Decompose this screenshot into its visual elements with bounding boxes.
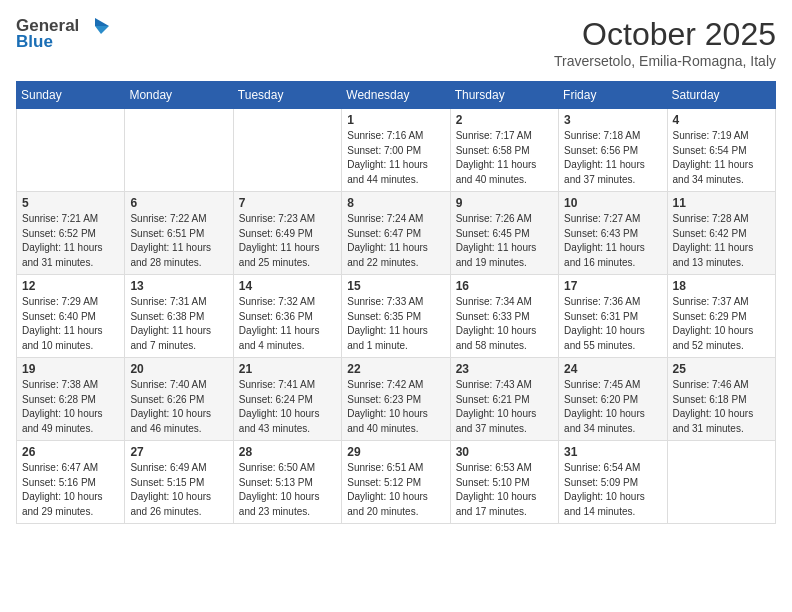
day-info: Sunrise: 7:23 AM Sunset: 6:49 PM Dayligh…	[239, 212, 336, 270]
calendar-cell: 17Sunrise: 7:36 AM Sunset: 6:31 PM Dayli…	[559, 275, 667, 358]
day-info: Sunrise: 7:18 AM Sunset: 6:56 PM Dayligh…	[564, 129, 661, 187]
day-headers-row: SundayMondayTuesdayWednesdayThursdayFrid…	[17, 82, 776, 109]
calendar-cell: 26Sunrise: 6:47 AM Sunset: 5:16 PM Dayli…	[17, 441, 125, 524]
day-number: 29	[347, 445, 444, 459]
day-number: 28	[239, 445, 336, 459]
calendar-cell: 18Sunrise: 7:37 AM Sunset: 6:29 PM Dayli…	[667, 275, 775, 358]
day-header: Wednesday	[342, 82, 450, 109]
day-number: 5	[22, 196, 119, 210]
day-info: Sunrise: 7:21 AM Sunset: 6:52 PM Dayligh…	[22, 212, 119, 270]
day-info: Sunrise: 7:46 AM Sunset: 6:18 PM Dayligh…	[673, 378, 770, 436]
day-number: 25	[673, 362, 770, 376]
calendar-cell: 19Sunrise: 7:38 AM Sunset: 6:28 PM Dayli…	[17, 358, 125, 441]
calendar-cell: 31Sunrise: 6:54 AM Sunset: 5:09 PM Dayli…	[559, 441, 667, 524]
day-number: 4	[673, 113, 770, 127]
logo-blue-text: Blue	[16, 32, 53, 52]
calendar-cell: 16Sunrise: 7:34 AM Sunset: 6:33 PM Dayli…	[450, 275, 558, 358]
calendar-week-row: 12Sunrise: 7:29 AM Sunset: 6:40 PM Dayli…	[17, 275, 776, 358]
calendar-cell: 24Sunrise: 7:45 AM Sunset: 6:20 PM Dayli…	[559, 358, 667, 441]
day-info: Sunrise: 7:26 AM Sunset: 6:45 PM Dayligh…	[456, 212, 553, 270]
day-header: Saturday	[667, 82, 775, 109]
logo-bird-icon	[81, 16, 109, 36]
day-number: 8	[347, 196, 444, 210]
calendar-cell: 25Sunrise: 7:46 AM Sunset: 6:18 PM Dayli…	[667, 358, 775, 441]
day-info: Sunrise: 7:19 AM Sunset: 6:54 PM Dayligh…	[673, 129, 770, 187]
calendar-cell	[667, 441, 775, 524]
day-number: 18	[673, 279, 770, 293]
calendar-week-row: 5Sunrise: 7:21 AM Sunset: 6:52 PM Daylig…	[17, 192, 776, 275]
calendar-cell: 15Sunrise: 7:33 AM Sunset: 6:35 PM Dayli…	[342, 275, 450, 358]
calendar-cell: 22Sunrise: 7:42 AM Sunset: 6:23 PM Dayli…	[342, 358, 450, 441]
day-info: Sunrise: 7:42 AM Sunset: 6:23 PM Dayligh…	[347, 378, 444, 436]
day-info: Sunrise: 7:38 AM Sunset: 6:28 PM Dayligh…	[22, 378, 119, 436]
calendar-week-row: 26Sunrise: 6:47 AM Sunset: 5:16 PM Dayli…	[17, 441, 776, 524]
day-number: 19	[22, 362, 119, 376]
calendar-cell: 12Sunrise: 7:29 AM Sunset: 6:40 PM Dayli…	[17, 275, 125, 358]
day-number: 1	[347, 113, 444, 127]
location: Traversetolo, Emilia-Romagna, Italy	[554, 53, 776, 69]
day-number: 27	[130, 445, 227, 459]
day-info: Sunrise: 7:29 AM Sunset: 6:40 PM Dayligh…	[22, 295, 119, 353]
calendar-cell: 28Sunrise: 6:50 AM Sunset: 5:13 PM Dayli…	[233, 441, 341, 524]
day-info: Sunrise: 6:51 AM Sunset: 5:12 PM Dayligh…	[347, 461, 444, 519]
day-number: 24	[564, 362, 661, 376]
day-number: 2	[456, 113, 553, 127]
day-info: Sunrise: 7:22 AM Sunset: 6:51 PM Dayligh…	[130, 212, 227, 270]
calendar-cell: 20Sunrise: 7:40 AM Sunset: 6:26 PM Dayli…	[125, 358, 233, 441]
calendar-cell: 29Sunrise: 6:51 AM Sunset: 5:12 PM Dayli…	[342, 441, 450, 524]
calendar-cell: 13Sunrise: 7:31 AM Sunset: 6:38 PM Dayli…	[125, 275, 233, 358]
calendar-cell: 5Sunrise: 7:21 AM Sunset: 6:52 PM Daylig…	[17, 192, 125, 275]
calendar-cell: 10Sunrise: 7:27 AM Sunset: 6:43 PM Dayli…	[559, 192, 667, 275]
day-number: 16	[456, 279, 553, 293]
day-info: Sunrise: 7:33 AM Sunset: 6:35 PM Dayligh…	[347, 295, 444, 353]
calendar-cell: 11Sunrise: 7:28 AM Sunset: 6:42 PM Dayli…	[667, 192, 775, 275]
day-number: 30	[456, 445, 553, 459]
calendar-cell: 8Sunrise: 7:24 AM Sunset: 6:47 PM Daylig…	[342, 192, 450, 275]
calendar-cell: 6Sunrise: 7:22 AM Sunset: 6:51 PM Daylig…	[125, 192, 233, 275]
day-number: 10	[564, 196, 661, 210]
day-number: 20	[130, 362, 227, 376]
calendar-cell: 21Sunrise: 7:41 AM Sunset: 6:24 PM Dayli…	[233, 358, 341, 441]
calendar-table: SundayMondayTuesdayWednesdayThursdayFrid…	[16, 81, 776, 524]
day-number: 14	[239, 279, 336, 293]
day-info: Sunrise: 7:17 AM Sunset: 6:58 PM Dayligh…	[456, 129, 553, 187]
day-info: Sunrise: 6:47 AM Sunset: 5:16 PM Dayligh…	[22, 461, 119, 519]
day-number: 7	[239, 196, 336, 210]
day-number: 17	[564, 279, 661, 293]
day-header: Thursday	[450, 82, 558, 109]
day-info: Sunrise: 6:53 AM Sunset: 5:10 PM Dayligh…	[456, 461, 553, 519]
day-info: Sunrise: 6:49 AM Sunset: 5:15 PM Dayligh…	[130, 461, 227, 519]
day-info: Sunrise: 7:40 AM Sunset: 6:26 PM Dayligh…	[130, 378, 227, 436]
day-info: Sunrise: 7:16 AM Sunset: 7:00 PM Dayligh…	[347, 129, 444, 187]
day-info: Sunrise: 6:54 AM Sunset: 5:09 PM Dayligh…	[564, 461, 661, 519]
calendar-cell: 23Sunrise: 7:43 AM Sunset: 6:21 PM Dayli…	[450, 358, 558, 441]
day-header: Friday	[559, 82, 667, 109]
day-number: 21	[239, 362, 336, 376]
day-number: 26	[22, 445, 119, 459]
day-info: Sunrise: 6:50 AM Sunset: 5:13 PM Dayligh…	[239, 461, 336, 519]
day-info: Sunrise: 7:36 AM Sunset: 6:31 PM Dayligh…	[564, 295, 661, 353]
calendar-cell: 3Sunrise: 7:18 AM Sunset: 6:56 PM Daylig…	[559, 109, 667, 192]
calendar-cell: 30Sunrise: 6:53 AM Sunset: 5:10 PM Dayli…	[450, 441, 558, 524]
svg-marker-1	[95, 26, 109, 34]
calendar-cell: 7Sunrise: 7:23 AM Sunset: 6:49 PM Daylig…	[233, 192, 341, 275]
calendar-cell	[17, 109, 125, 192]
day-info: Sunrise: 7:31 AM Sunset: 6:38 PM Dayligh…	[130, 295, 227, 353]
day-header: Monday	[125, 82, 233, 109]
day-number: 12	[22, 279, 119, 293]
calendar-cell: 4Sunrise: 7:19 AM Sunset: 6:54 PM Daylig…	[667, 109, 775, 192]
day-info: Sunrise: 7:24 AM Sunset: 6:47 PM Dayligh…	[347, 212, 444, 270]
svg-marker-0	[95, 18, 109, 26]
day-info: Sunrise: 7:41 AM Sunset: 6:24 PM Dayligh…	[239, 378, 336, 436]
logo: General Blue	[16, 16, 109, 52]
calendar-week-row: 19Sunrise: 7:38 AM Sunset: 6:28 PM Dayli…	[17, 358, 776, 441]
day-info: Sunrise: 7:32 AM Sunset: 6:36 PM Dayligh…	[239, 295, 336, 353]
day-info: Sunrise: 7:45 AM Sunset: 6:20 PM Dayligh…	[564, 378, 661, 436]
calendar-cell: 27Sunrise: 6:49 AM Sunset: 5:15 PM Dayli…	[125, 441, 233, 524]
month-title: October 2025	[554, 16, 776, 53]
day-number: 11	[673, 196, 770, 210]
day-number: 22	[347, 362, 444, 376]
day-number: 31	[564, 445, 661, 459]
calendar-cell	[125, 109, 233, 192]
day-info: Sunrise: 7:34 AM Sunset: 6:33 PM Dayligh…	[456, 295, 553, 353]
